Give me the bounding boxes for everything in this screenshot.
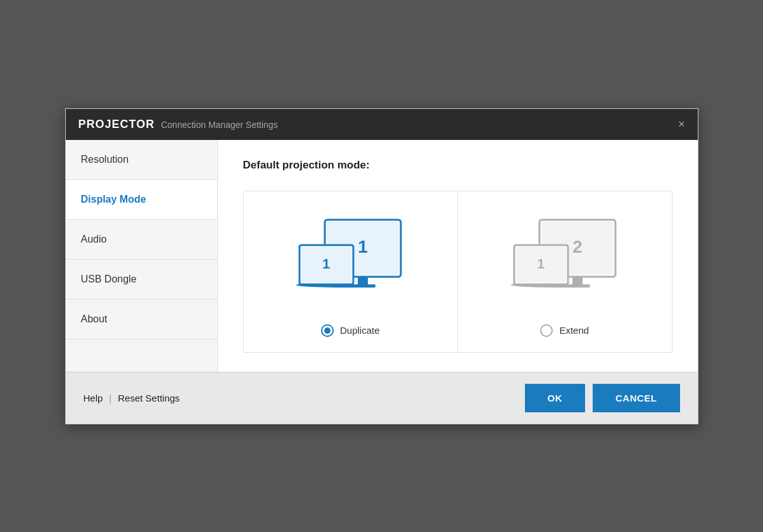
- mode-extend[interactable]: 2 1: [458, 191, 672, 352]
- duplicate-radio[interactable]: [321, 324, 334, 337]
- help-link[interactable]: Help: [84, 390, 103, 406]
- titlebar-left: PROJECTOR Connection Manager Settings: [79, 118, 278, 131]
- body: Resolution Display Mode Audio USB Dongle…: [66, 140, 698, 372]
- duplicate-radio-row[interactable]: Duplicate: [321, 324, 380, 337]
- svg-text:1: 1: [537, 256, 545, 272]
- footer-separator: |: [109, 393, 111, 403]
- extend-radio-row[interactable]: Extend: [540, 324, 589, 337]
- sidebar-item-usb-dongle[interactable]: USB Dongle: [66, 260, 217, 300]
- sidebar: Resolution Display Mode Audio USB Dongle…: [66, 140, 218, 372]
- sidebar-item-resolution[interactable]: Resolution: [66, 140, 217, 180]
- footer-buttons: OK CANCEL: [525, 384, 680, 412]
- extend-illustration: 2 1: [501, 210, 628, 312]
- svg-text:2: 2: [572, 237, 583, 256]
- duplicate-illustration: 1 1: [287, 210, 413, 312]
- sidebar-item-audio[interactable]: Audio: [66, 220, 217, 260]
- svg-text:1: 1: [358, 237, 368, 256]
- section-title: Default projection mode:: [243, 159, 672, 172]
- reset-settings-link[interactable]: Reset Settings: [118, 390, 180, 406]
- svg-text:1: 1: [322, 256, 330, 272]
- extend-radio[interactable]: [540, 324, 553, 337]
- mode-duplicate[interactable]: 1 1: [244, 191, 458, 352]
- sidebar-item-about[interactable]: About: [66, 300, 217, 339]
- extend-label: Extend: [559, 325, 589, 336]
- main-content: Default projection mode: 1: [218, 140, 698, 372]
- modes-container: 1 1: [243, 191, 672, 353]
- footer-left: Help | Reset Settings: [84, 390, 180, 406]
- app-title: PROJECTOR: [79, 118, 155, 131]
- sidebar-item-display-mode[interactable]: Display Mode: [66, 180, 217, 220]
- ok-button[interactable]: OK: [525, 384, 586, 412]
- svg-rect-4: [358, 277, 368, 284]
- svg-rect-13: [572, 277, 583, 284]
- duplicate-radio-dot: [324, 327, 331, 334]
- close-button[interactable]: ×: [678, 118, 685, 130]
- settings-window: PROJECTOR Connection Manager Settings × …: [65, 108, 698, 424]
- titlebar: PROJECTOR Connection Manager Settings ×: [66, 109, 698, 140]
- titlebar-subtitle: Connection Manager Settings: [161, 120, 277, 130]
- extend-svg: 2 1: [501, 210, 628, 312]
- duplicate-label: Duplicate: [340, 325, 380, 336]
- footer: Help | Reset Settings OK CANCEL: [66, 372, 698, 424]
- cancel-button[interactable]: CANCEL: [593, 384, 680, 412]
- duplicate-svg: 1 1: [287, 210, 413, 312]
